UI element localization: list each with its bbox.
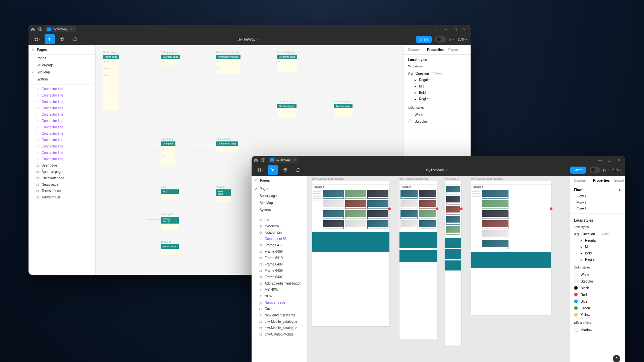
layer-connector-line[interactable]: Connector line	[29, 137, 95, 143]
canvas[interactable]: btw-Catalog-page-desctop Transport btw-C…	[307, 176, 570, 362]
home-icon[interactable]	[31, 27, 35, 32]
minimize-button[interactable]: —	[598, 158, 602, 162]
layer-item[interactable]: Frame 6410	[252, 255, 307, 261]
comment-tool-button[interactable]	[293, 165, 303, 175]
layer-item[interactable]: eye-show	[252, 223, 307, 229]
frame-label-desktop[interactable]: btw-Catalog-page-desctop	[312, 177, 344, 180]
card-category[interactable]: Category page——	[161, 55, 180, 65]
sidebar-page[interactable]: Pages	[29, 55, 95, 62]
layers-sidebar[interactable]: Pages — PagesSeller-pageSite MapSystem p…	[252, 176, 307, 362]
tab-properties[interactable]: Properties	[427, 48, 443, 52]
layer-connector-line[interactable]: Connector line	[29, 86, 95, 92]
maximize-button[interactable]: ▢	[453, 27, 457, 31]
layer-item[interactable]: Frame 6406	[252, 248, 307, 255]
present-button[interactable]: ▷ ▾	[603, 168, 609, 172]
effect-style-item[interactable]: shadow	[574, 326, 621, 333]
text-style-item[interactable]: ▸Regilar	[574, 256, 621, 263]
sidebar-page[interactable]: Pages	[252, 185, 307, 192]
card-news[interactable]: News page	[216, 189, 231, 202]
layer-connector-line[interactable]: Connector line	[29, 118, 95, 124]
text-style-item[interactable]: ▸Regilar	[408, 96, 467, 102]
sidebar-page[interactable]: System	[29, 76, 95, 83]
layer-item[interactable]: Component 56	[252, 236, 307, 242]
color-style-item[interactable]: Green	[574, 305, 621, 311]
text-style-question[interactable]: Ag Question 16/Auto	[408, 70, 467, 77]
layer-item[interactable]: Terms of use	[29, 194, 95, 200]
layer-item[interactable]: btw-Mobile_catalogue	[252, 318, 307, 325]
text-style-item[interactable]: ▸Mid	[574, 244, 621, 250]
maximize-button[interactable]: ▢	[608, 158, 611, 162]
tab-comment[interactable]: Comment	[408, 48, 422, 52]
design-frame-tablet[interactable]: Transport	[399, 181, 437, 340]
help-button[interactable]: ?	[613, 355, 620, 362]
main-menu-button[interactable]: ▾	[255, 165, 265, 175]
frame-label-user[interactable]: User page	[161, 137, 173, 140]
tab-bytheway[interactable]: ByTheWay ×	[268, 157, 299, 163]
share-button[interactable]: Share	[416, 36, 432, 43]
main-menu-button[interactable]: ▾	[32, 34, 42, 44]
properties-panel[interactable]: Comment Properties Export Flows⇅ Flow 1F…	[570, 176, 625, 362]
text-style-item[interactable]: ▸Regular	[408, 77, 467, 83]
sidebar-page[interactable]: Site Map	[29, 69, 95, 76]
design-frame-mobile[interactable]	[445, 181, 461, 346]
layer-item[interactable]: Checkout page	[29, 175, 95, 181]
layer-connector-line[interactable]: Connector line	[29, 92, 95, 99]
tab-export[interactable]: Export	[448, 48, 458, 52]
frame-label-checkout[interactable]: Checkout page	[277, 100, 295, 103]
collapse-icon[interactable]: —	[300, 179, 303, 182]
layer-connector-line[interactable]: Connector line	[29, 149, 95, 156]
chevron-down-icon[interactable]: ⌄	[589, 158, 592, 162]
tab-properties[interactable]: Properties	[593, 179, 609, 182]
color-style-item[interactable]: Bg-color	[574, 278, 621, 285]
design-frame-desktop2[interactable]: Transport	[471, 181, 551, 315]
layer-item[interactable]: User page	[29, 162, 95, 169]
layer-item[interactable]: Frame 6409	[252, 267, 307, 274]
tab-comment[interactable]: Comment	[574, 179, 588, 182]
sidebar-page[interactable]: System	[252, 206, 307, 214]
card-terms[interactable]: Terms of use	[161, 244, 179, 255]
zoom-level[interactable]: 21% ▾	[612, 168, 622, 172]
color-style-item[interactable]: Yellow	[574, 311, 621, 318]
color-style-item[interactable]: Blue	[574, 298, 621, 305]
frame-label-category[interactable]: Category page	[161, 51, 178, 54]
layer-connector-line[interactable]: Connector line	[29, 124, 95, 130]
frame-label-terms[interactable]: Terms of …	[161, 240, 174, 243]
flow-item[interactable]: Flow 1	[570, 193, 625, 199]
close-button[interactable]: ✕	[463, 27, 466, 31]
minimize-button[interactable]: —	[444, 27, 447, 31]
layer-connector-line[interactable]: Connector line	[29, 111, 95, 118]
card-approve[interactable]: Approve page——	[334, 104, 353, 117]
move-tool-button[interactable]	[45, 34, 55, 44]
card-home[interactable]: Home page —————————————————	[103, 55, 119, 110]
pages-header[interactable]: Pages —	[252, 176, 307, 185]
card-checkout[interactable]: Checkout page——	[277, 104, 297, 118]
color-style-item[interactable]: White	[408, 111, 467, 118]
layer-item[interactable]: NEW	[252, 293, 307, 299]
close-button[interactable]: ✕	[617, 158, 620, 162]
close-icon[interactable]: ×	[294, 158, 296, 162]
layer-connector-line[interactable]: Connector line	[29, 99, 95, 105]
text-style-item[interactable]: ▸Regular	[574, 237, 621, 244]
frame-label-news[interactable]: News p…	[216, 185, 227, 188]
sidebar-page[interactable]: Seller-page	[252, 192, 307, 199]
card-ad[interactable]: Advertisement page————	[216, 55, 240, 74]
move-tool-button[interactable]	[268, 165, 278, 175]
layer-item[interactable]: Add-advertisment-button	[252, 280, 307, 287]
card-seller[interactable]: Seller info page———	[277, 55, 297, 72]
layer-connector-line[interactable]: Connector line	[29, 143, 95, 149]
design-frame-desktop[interactable]: Transport	[312, 181, 389, 326]
layer-item[interactable]: New advertisements	[252, 312, 307, 318]
layer-item[interactable]: Number-page	[252, 299, 307, 306]
layer-item[interactable]: Cover	[252, 306, 307, 312]
layer-connector-line[interactable]: Connector line	[29, 105, 95, 111]
layer-item[interactable]: location-pin	[252, 229, 307, 236]
globe-icon[interactable]	[261, 158, 266, 162]
layer-item[interactable]: Frame 6411	[252, 242, 307, 248]
frame-label-tablet[interactable]: btw-Catalog-Tablet-wide	[399, 177, 428, 180]
layer-item[interactable]: News page	[29, 181, 95, 188]
layer-item[interactable]: Approve page	[29, 169, 95, 175]
color-style-item[interactable]: Bg-color	[408, 118, 467, 125]
doc-title[interactable]: ByTheWay▾	[306, 168, 568, 172]
card-privacy[interactable]: Privacy Policy	[161, 217, 179, 230]
dev-mode-toggle[interactable]	[435, 36, 446, 43]
